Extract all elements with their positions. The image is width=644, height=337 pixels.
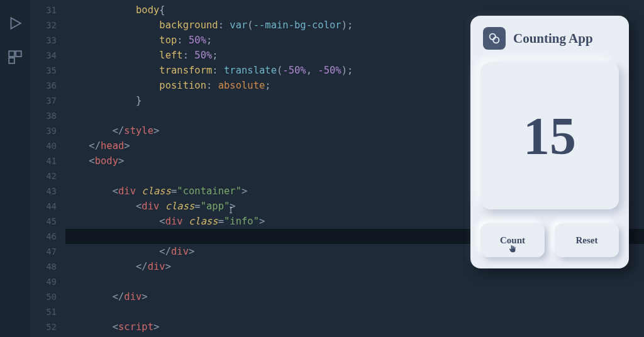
line-number: 38 [30, 108, 65, 123]
app-header: Counting App [480, 27, 619, 50]
svg-marker-0 [11, 18, 21, 28]
line-number: 45 [30, 214, 65, 229]
app-logo-icon [483, 27, 506, 50]
line-number: 34 [30, 48, 65, 63]
line-number: 52 [30, 319, 65, 334]
app-title: Counting App [513, 31, 593, 47]
button-row: Count Reset [480, 223, 619, 257]
line-number: 48 [30, 259, 65, 274]
line-number: 49 [30, 274, 65, 289]
extensions-icon[interactable] [7, 49, 23, 65]
run-icon[interactable] [7, 15, 23, 31]
line-number: 36 [30, 78, 65, 93]
line-number: 53 [30, 334, 65, 337]
line-number: 32 [30, 18, 65, 33]
line-number: 51 [30, 304, 65, 319]
counting-app-window: Counting App 15 Count Reset [470, 16, 629, 268]
code-line[interactable]: <script> [65, 319, 644, 334]
line-number: 47 [30, 244, 65, 259]
count-button-label: Count [500, 235, 525, 245]
line-number: 31 [30, 3, 65, 18]
line-number-gutter: 3132333435363738394041424344454647484950… [30, 0, 65, 337]
code-line[interactable]: </div> [65, 289, 644, 304]
line-number: 37 [30, 93, 65, 108]
svg-point-5 [493, 37, 499, 43]
count-button[interactable]: Count [480, 223, 545, 257]
line-number: 40 [30, 138, 65, 153]
hand-cursor-icon [508, 245, 517, 253]
code-line[interactable] [65, 274, 644, 289]
code-line[interactable] [65, 304, 644, 319]
svg-rect-3 [9, 58, 14, 64]
counter-value: 15 [523, 106, 576, 167]
line-number: 42 [30, 168, 65, 184]
counter-display: 15 [480, 62, 619, 209]
reset-button-label: Reset [576, 235, 598, 245]
line-number: 33 [30, 33, 65, 48]
line-number: 46 [30, 229, 65, 244]
line-number: 43 [30, 184, 65, 199]
line-number: 50 [30, 289, 65, 304]
line-number: 35 [30, 63, 65, 78]
svg-point-4 [490, 34, 496, 40]
svg-rect-1 [9, 51, 14, 57]
code-line[interactable] [65, 334, 644, 337]
activity-bar [0, 0, 30, 337]
line-number: 41 [30, 153, 65, 168]
line-number: 39 [30, 123, 65, 138]
svg-rect-2 [16, 51, 21, 57]
line-number: 44 [30, 199, 65, 214]
reset-button[interactable]: Reset [555, 223, 619, 257]
